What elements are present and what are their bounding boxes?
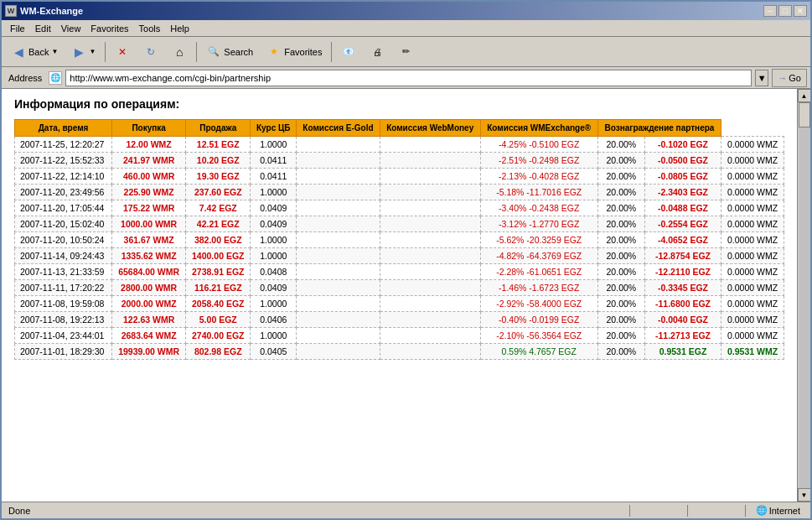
menu-tools[interactable]: Tools: [134, 22, 166, 35]
status-extra1: [691, 505, 742, 517]
cell-buy: 1000.00 WMR: [112, 216, 186, 232]
cell-commission-wmex: -2.10% -56.3564 EGZ: [480, 328, 597, 344]
cell-sell: 19.30 EGZ: [186, 169, 251, 185]
cell-commission-wmex: 0.59% 4.7657 EGZ: [480, 344, 597, 360]
cell-date: 2007-11-14, 09:24:43: [15, 248, 112, 264]
cell-commission-wm: [380, 296, 480, 312]
cell-rate: 0.0408: [251, 264, 297, 280]
back-button[interactable]: ◀ Back ▼: [5, 40, 64, 64]
cell-buy: 65684.00 WMR: [112, 264, 186, 280]
menu-edit[interactable]: Edit: [30, 22, 56, 35]
cell-commission-wm: [380, 280, 480, 296]
cell-buy: 2800.00 WMR: [112, 280, 186, 296]
go-button[interactable]: → Go: [772, 69, 807, 87]
cell-commission-egold: [297, 248, 380, 264]
cell-partner-egz: -0.0805 EGZ: [644, 169, 721, 185]
cell-sell: 5.00 EGZ: [186, 312, 251, 328]
cell-partner-pct: 20.00%: [597, 185, 644, 200]
cell-commission-wmex: -3.40% -0.2438 EGZ: [480, 200, 597, 216]
favorites-button[interactable]: ★ Favorites: [261, 40, 328, 64]
menu-favorites[interactable]: Favorites: [85, 22, 133, 35]
cell-rate: 1.0000: [251, 185, 297, 200]
home-icon: ⌂: [172, 44, 187, 60]
table-row: 2007-11-04, 23:44:012683.64 WMZ2740.00 E…: [15, 328, 784, 344]
col-sell: Продажа: [186, 120, 251, 137]
address-input[interactable]: [65, 70, 752, 86]
cell-rate: 1.0000: [251, 232, 297, 248]
cell-commission-egold: [297, 169, 380, 185]
home-button[interactable]: ⌂: [166, 40, 193, 64]
cell-commission-wmex: -3.12% -1.2770 EGZ: [480, 216, 597, 232]
scroll-down-button[interactable]: ▼: [798, 488, 811, 502]
content-wrapper: Информация по операциям: Дата, время Пок…: [2, 89, 810, 502]
scroll-track: [799, 102, 810, 488]
cell-partner-egz: -12.8754 EGZ: [644, 248, 721, 264]
edit-button[interactable]: ✏: [392, 40, 419, 64]
refresh-button[interactable]: ↻: [137, 40, 164, 64]
back-dropdown-icon[interactable]: ▼: [51, 48, 58, 55]
cell-buy: 2000.00 WMZ: [112, 296, 186, 312]
table-row: 2007-11-22, 15:52:33241.97 WMR10.20 EGZ0…: [15, 153, 784, 169]
status-zone: 🌐 Internet: [749, 505, 807, 516]
search-button[interactable]: 🔍 Search: [200, 40, 259, 64]
cell-partner-wmz: 0.0000 WMZ: [721, 280, 784, 296]
cell-partner-egz: -0.0488 EGZ: [644, 200, 721, 216]
cell-partner-egz: -0.0040 EGZ: [644, 312, 721, 328]
cell-date: 2007-11-20, 23:49:56: [15, 185, 112, 200]
menu-view[interactable]: View: [56, 22, 86, 35]
cell-buy: 460.00 WMR: [112, 169, 186, 185]
cell-partner-wmz: 0.0000 WMZ: [721, 169, 784, 185]
cell-date: 2007-11-22, 15:52:33: [15, 153, 112, 169]
forward-dropdown-icon[interactable]: ▼: [89, 48, 96, 55]
table-row: 2007-11-01, 18:29:3019939.00 WMR802.98 E…: [15, 344, 784, 360]
cell-partner-pct: 20.00%: [597, 232, 644, 248]
cell-buy: 122.63 WMR: [112, 312, 186, 328]
cell-partner-egz: -4.0652 EGZ: [644, 232, 721, 248]
col-date: Дата, время: [15, 120, 112, 137]
minimize-button[interactable]: ─: [763, 5, 777, 17]
table-row: 2007-11-20, 10:50:24361.67 WMZ382.00 EGZ…: [15, 232, 784, 248]
table-row: 2007-11-20, 17:05:44175.22 WMR7.42 EGZ0.…: [15, 200, 784, 216]
cell-sell: 1400.00 EGZ: [186, 248, 251, 264]
window-title-text: WM-Exchange: [20, 6, 83, 16]
operations-table: Дата, время Покупка Продажа Курс ЦБ Коми…: [14, 119, 784, 360]
status-sep3: [745, 505, 746, 517]
cell-rate: 1.0000: [251, 328, 297, 344]
cell-sell: 10.20 EGZ: [186, 153, 251, 169]
cell-commission-egold: [297, 328, 380, 344]
scroll-thumb[interactable]: [799, 102, 810, 127]
scroll-up-button[interactable]: ▲: [798, 89, 811, 102]
menu-help[interactable]: Help: [165, 22, 194, 35]
cell-date: 2007-11-08, 19:59:08: [15, 296, 112, 312]
cell-commission-wm: [380, 312, 480, 328]
address-dropdown[interactable]: ▼: [755, 70, 768, 86]
media-button[interactable]: 📧: [335, 40, 362, 64]
cell-commission-egold: [297, 344, 380, 360]
forward-button[interactable]: ▶ ▼: [65, 40, 101, 64]
cell-commission-wmex: -1.46% -1.6723 EGZ: [480, 280, 597, 296]
cell-rate: 0.0409: [251, 280, 297, 296]
search-label: Search: [224, 47, 253, 57]
menu-file[interactable]: File: [5, 22, 30, 35]
stop-button[interactable]: ✕: [109, 40, 136, 64]
print-button[interactable]: 🖨: [364, 40, 390, 64]
cell-rate: 1.0000: [251, 296, 297, 312]
maximize-button[interactable]: □: [778, 5, 792, 17]
cell-commission-wm: [380, 185, 480, 200]
cell-partner-egz: -0.0500 EGZ: [644, 153, 721, 169]
cell-commission-egold: [297, 137, 380, 153]
cell-commission-wmex: -4.25% -0.5100 EGZ: [480, 137, 597, 153]
table-row: 2007-11-08, 19:22:13122.63 WMR5.00 EGZ0.…: [15, 312, 784, 328]
stop-icon: ✕: [115, 44, 130, 60]
cell-commission-wm: [380, 248, 480, 264]
cell-sell: 802.98 EGZ: [186, 344, 251, 360]
cell-date: 2007-11-11, 17:20:22: [15, 280, 112, 296]
cell-commission-wm: [380, 153, 480, 169]
cell-sell: 2740.00 EGZ: [186, 328, 251, 344]
cell-partner-egz: -12.2110 EGZ: [644, 264, 721, 280]
cell-buy: 2683.64 WMZ: [112, 328, 186, 344]
main-content: Информация по операциям: Дата, время Пок…: [2, 89, 797, 502]
close-button[interactable]: ✕: [794, 5, 807, 17]
cell-sell: 116.21 EGZ: [186, 280, 251, 296]
cell-date: 2007-11-01, 18:29:30: [15, 344, 112, 360]
